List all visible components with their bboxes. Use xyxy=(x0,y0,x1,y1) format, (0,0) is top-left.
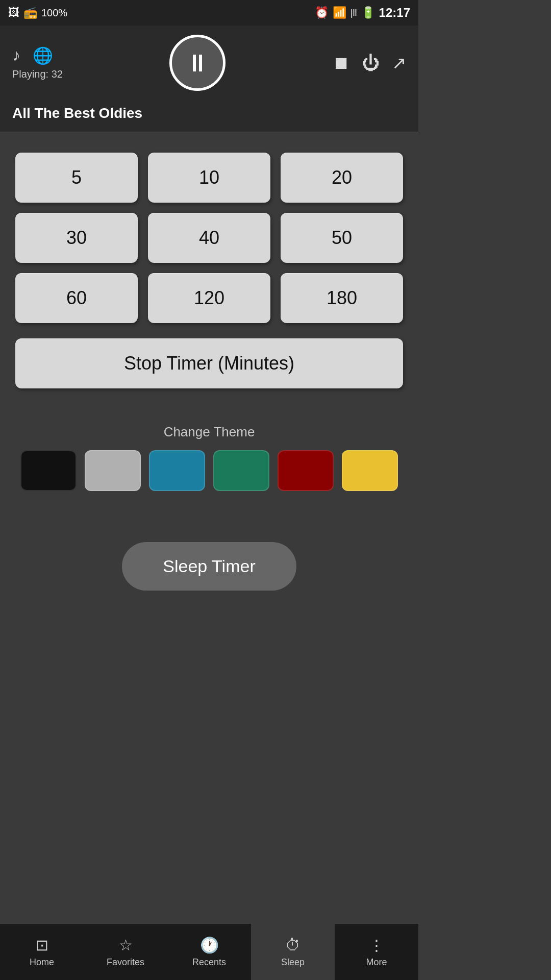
sleep-timer-button[interactable]: Sleep Timer xyxy=(122,542,296,591)
timer-btn-60[interactable]: 60 xyxy=(15,273,138,323)
theme-swatch-gray[interactable] xyxy=(85,450,141,491)
nav-label-home: Home xyxy=(30,957,54,968)
home-icon: ⊡ xyxy=(36,936,48,954)
nav-item-more[interactable]: ⋮ More xyxy=(335,924,418,980)
share-icon[interactable]: ↗ xyxy=(392,53,406,73)
theme-swatch-blue[interactable] xyxy=(149,450,205,491)
globe-icon: 🌐 xyxy=(33,46,53,65)
nav-label-favorites: Favorites xyxy=(107,957,144,968)
more-icon: ⋮ xyxy=(369,936,384,954)
station-name: All The Best Oldies xyxy=(0,100,418,132)
favorites-icon: ☆ xyxy=(119,936,133,954)
nav-label-sleep: Sleep xyxy=(281,957,305,968)
battery-percent: 100% xyxy=(41,7,67,19)
stop-timer-button[interactable]: Stop Timer (Minutes) xyxy=(15,338,403,388)
timer-btn-5[interactable]: 5 xyxy=(15,153,138,203)
recents-icon: 🕐 xyxy=(200,936,219,954)
power-icon[interactable]: ⏻ xyxy=(362,53,380,73)
theme-color-swatches xyxy=(15,450,403,491)
status-bar: 🖼 📻 100% ⏰ 📶 |ll 🔋 12:17 xyxy=(0,0,418,26)
stop-icon[interactable]: ⏹ xyxy=(333,53,350,73)
radio-icon: 📻 xyxy=(23,6,37,19)
nav-item-sleep[interactable]: ⏱ Sleep xyxy=(251,924,335,980)
timer-section: 5 10 20 30 40 50 60 120 180 Stop Timer (… xyxy=(0,132,418,424)
player-left: ♪ 🌐 Playing: 32 xyxy=(12,46,63,80)
theme-section: Change Theme xyxy=(0,424,418,511)
signal-icon: |ll xyxy=(350,8,357,18)
bottom-nav: ⊡ Home ☆ Favorites 🕐 Recents ⏱ Sleep ⋮ M… xyxy=(0,924,418,980)
nav-item-favorites[interactable]: ☆ Favorites xyxy=(84,924,167,980)
nav-label-recents: Recents xyxy=(192,957,226,968)
timer-btn-40[interactable]: 40 xyxy=(148,213,270,263)
theme-label: Change Theme xyxy=(15,424,403,440)
theme-swatch-red[interactable] xyxy=(278,450,334,491)
clock-time: 12:17 xyxy=(379,6,410,20)
music-note-icon: ♪ xyxy=(12,46,20,65)
player-controls-right: ⏹ ⏻ ↗ xyxy=(333,53,406,73)
nav-item-recents[interactable]: 🕐 Recents xyxy=(167,924,251,980)
alarm-icon: ⏰ xyxy=(315,6,329,19)
pause-icon: ⏸ xyxy=(185,49,210,77)
theme-swatch-teal[interactable] xyxy=(213,450,269,491)
playing-text: Playing: 32 xyxy=(12,68,63,80)
wifi-icon: 📶 xyxy=(333,6,346,19)
nav-label-more: More xyxy=(366,957,387,968)
timer-btn-20[interactable]: 20 xyxy=(281,153,403,203)
pause-button[interactable]: ⏸ xyxy=(169,35,226,91)
nav-item-home[interactable]: ⊡ Home xyxy=(0,924,84,980)
battery-icon: 🔋 xyxy=(361,6,375,19)
timer-btn-10[interactable]: 10 xyxy=(148,153,270,203)
player-bar: ♪ 🌐 Playing: 32 ⏸ ⏹ ⏻ ↗ xyxy=(0,26,418,100)
theme-swatch-black[interactable] xyxy=(20,450,77,491)
sleep-icon: ⏱ xyxy=(285,937,300,954)
timer-btn-120[interactable]: 120 xyxy=(148,273,270,323)
timer-btn-30[interactable]: 30 xyxy=(15,213,138,263)
timer-btn-180[interactable]: 180 xyxy=(281,273,403,323)
timer-btn-50[interactable]: 50 xyxy=(281,213,403,263)
sleep-timer-wrapper: Sleep Timer xyxy=(0,542,418,591)
status-left: 🖼 📻 100% xyxy=(8,6,67,19)
timer-grid: 5 10 20 30 40 50 60 120 180 xyxy=(15,153,403,323)
theme-swatch-yellow[interactable] xyxy=(342,450,398,491)
player-left-icons: ♪ 🌐 xyxy=(12,46,53,65)
status-right: ⏰ 📶 |ll 🔋 12:17 xyxy=(315,6,410,20)
photo-icon: 🖼 xyxy=(8,6,19,19)
